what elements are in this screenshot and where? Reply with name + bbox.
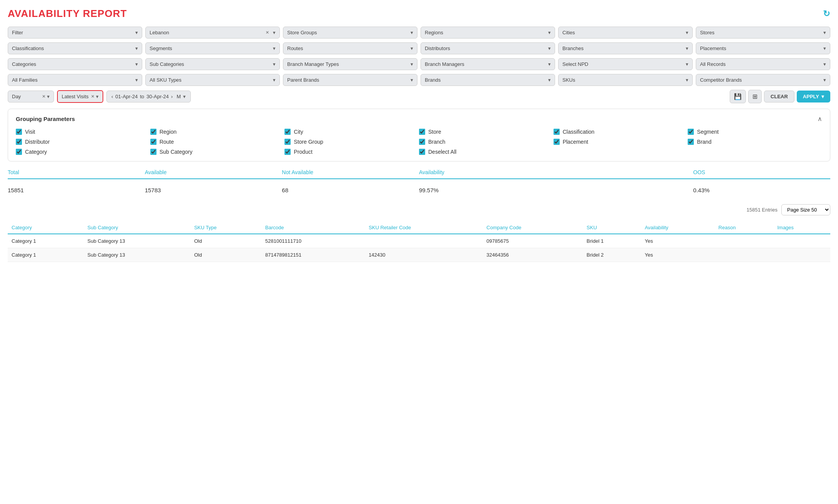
period-filter-close[interactable]: ✕ <box>42 94 45 99</box>
table-col-availability: Availability <box>641 222 715 234</box>
date-row: Day ✕ ▾ Latest Visits ✕ ▾ ‹ 01-Apr-24 to… <box>8 90 830 103</box>
filter-branch-manager-types[interactable]: Branch Manager Types▾ <box>283 58 417 70</box>
grouping-item-distributor: Distributor <box>16 139 150 145</box>
date-next-arrow[interactable]: › <box>171 94 173 99</box>
table-cell-category: Category 1 <box>8 248 84 262</box>
grouping-checkbox-category[interactable] <box>16 149 22 155</box>
filter-label-branches: Branches <box>562 45 584 51</box>
filter-regions[interactable]: Regions▾ <box>421 27 555 39</box>
grouping-checkbox-product[interactable] <box>284 149 291 155</box>
filter-chevron-branches: ▾ <box>686 45 688 51</box>
visit-filter-label: Latest Visits <box>62 94 89 99</box>
filter-all-families[interactable]: All Families▾ <box>8 74 142 86</box>
filter-select-npd[interactable]: Select NPD▾ <box>558 58 693 70</box>
filter-chevron-select-npd: ▾ <box>686 61 688 67</box>
filter-chevron-stores: ▾ <box>823 30 826 35</box>
table-header: CategorySub CategorySKU TypeBarcodeSKU R… <box>8 222 830 234</box>
grouping-checkbox-branch[interactable] <box>419 139 425 145</box>
filter-distributors[interactable]: Distributors▾ <box>421 42 555 54</box>
filter-filter[interactable]: Filter▾ <box>8 27 142 39</box>
filter-competitor-brands[interactable]: Competitor Brands▾ <box>696 74 830 86</box>
grouping-checkbox-city[interactable] <box>284 129 291 135</box>
layout-icon-button[interactable]: ⊞ <box>748 90 762 103</box>
visit-filter-close[interactable]: ✕ <box>91 94 94 99</box>
filter-label-select-npd: Select NPD <box>562 61 588 67</box>
filter-label-lebanon: Lebanon <box>150 30 169 35</box>
save-icon-button[interactable]: 💾 <box>730 90 746 103</box>
collapse-icon[interactable]: ∧ <box>818 115 822 123</box>
page-size-select[interactable]: Page Size 50 Page Size 100 Page Size 200 <box>781 204 830 215</box>
filter-classifications[interactable]: Classifications▾ <box>8 42 142 54</box>
filter-row-4: All Families▾All SKU Types▾Parent Brands… <box>8 74 830 86</box>
summary-header-total: Total <box>8 169 145 175</box>
filter-all-records[interactable]: All Records▾ <box>696 58 830 70</box>
filter-chevron-all-records: ▾ <box>823 61 826 67</box>
table-col-sku-type: SKU Type <box>190 222 261 234</box>
filter-chevron-competitor-brands: ▾ <box>823 77 826 83</box>
page-header: AVAILABILITY REPORT ↻ <box>8 8 830 20</box>
filter-placements[interactable]: Placements▾ <box>696 42 830 54</box>
grouping-label-deselect-all: Deselect All <box>428 149 456 155</box>
refresh-icon[interactable]: ↻ <box>823 9 830 19</box>
grouping-checkbox-route[interactable] <box>150 139 156 145</box>
table-cell-availability: Yes <box>641 248 715 262</box>
grouping-checkbox-placement[interactable] <box>554 139 560 145</box>
table-col-sub-category: Sub Category <box>84 222 190 234</box>
filter-routes[interactable]: Routes▾ <box>283 42 417 54</box>
filter-parent-brands[interactable]: Parent Brands▾ <box>283 74 417 86</box>
filter-brands[interactable]: Brands▾ <box>421 74 555 86</box>
period-mode: M <box>177 94 181 99</box>
grouping-label-store: Store <box>428 129 441 135</box>
filter-branch-managers[interactable]: Branch Managers▾ <box>421 58 555 70</box>
grouping-item-branch: Branch <box>419 139 554 145</box>
summary-header: TotalAvailableNot AvailableAvailabilityO… <box>8 169 830 179</box>
period-filter-button[interactable]: Day ✕ ▾ <box>8 91 54 102</box>
grouping-item-category: Category <box>16 149 150 155</box>
grouping-checkbox-sub-category[interactable] <box>150 149 156 155</box>
date-separator: to <box>140 94 144 99</box>
summary-value-0: 15851 <box>8 187 145 193</box>
grouping-checkbox-store-group[interactable] <box>284 139 291 145</box>
grouping-checkbox-deselect-all[interactable] <box>419 149 425 155</box>
grouping-label-sub-category: Sub Category <box>160 149 193 155</box>
grouping-checkbox-brand[interactable] <box>688 139 694 145</box>
filter-skus[interactable]: SKUs▾ <box>558 74 693 86</box>
filter-sub-categories[interactable]: Sub Categories▾ <box>145 58 280 70</box>
visit-filter-button[interactable]: Latest Visits ✕ ▾ <box>57 90 103 103</box>
grouping-checkbox-classification[interactable] <box>554 129 560 135</box>
period-mode-chevron[interactable]: ▾ <box>183 94 186 99</box>
filter-chevron-all-families: ▾ <box>135 77 138 83</box>
filter-all-sku-types[interactable]: All SKU Types▾ <box>145 74 280 86</box>
summary-header-available: Available <box>145 169 282 175</box>
grouping-item-store-group: Store Group <box>284 139 419 145</box>
grouping-checkbox-visit[interactable] <box>16 129 22 135</box>
grouping-checkbox-segment[interactable] <box>688 129 694 135</box>
filter-stores[interactable]: Stores▾ <box>696 27 830 39</box>
table-cell-sku-type: Old <box>190 248 261 262</box>
grouping-checkbox-store[interactable] <box>419 129 425 135</box>
filter-cities[interactable]: Cities▾ <box>558 27 693 39</box>
table-cell-sub-category: Sub Category 13 <box>84 248 190 262</box>
filter-categories[interactable]: Categories▾ <box>8 58 142 70</box>
summary-values: 15851157836899.57%0.43% <box>8 182 830 198</box>
filter-label-filter: Filter <box>12 30 23 35</box>
date-prev-arrow[interactable]: ‹ <box>111 94 113 99</box>
grouping-label-route: Route <box>160 139 174 145</box>
clear-button[interactable]: CLEAR <box>764 91 794 102</box>
entries-count: 15851 Entries <box>747 207 777 213</box>
grouping-checkbox-region[interactable] <box>150 129 156 135</box>
apply-chevron: ▾ <box>821 94 824 99</box>
filter-chevron-branch-managers: ▾ <box>548 61 551 67</box>
grouping-item-region: Region <box>150 129 285 135</box>
filter-close-lebanon[interactable]: ✕ <box>266 30 269 35</box>
filter-lebanon[interactable]: Lebanon✕▾ <box>145 27 280 39</box>
apply-button[interactable]: APPLY ▾ <box>797 91 830 102</box>
grouping-checkbox-distributor[interactable] <box>16 139 22 145</box>
filter-segments[interactable]: Segments▾ <box>145 42 280 54</box>
filter-branches[interactable]: Branches▾ <box>558 42 693 54</box>
grouping-label-brand: Brand <box>697 139 711 145</box>
filter-store-groups[interactable]: Store Groups▾ <box>283 27 417 39</box>
filter-label-stores: Stores <box>700 30 715 35</box>
filter-label-competitor-brands: Competitor Brands <box>700 77 742 83</box>
table-row: Category 1Sub Category 13Old528100111171… <box>8 234 830 248</box>
